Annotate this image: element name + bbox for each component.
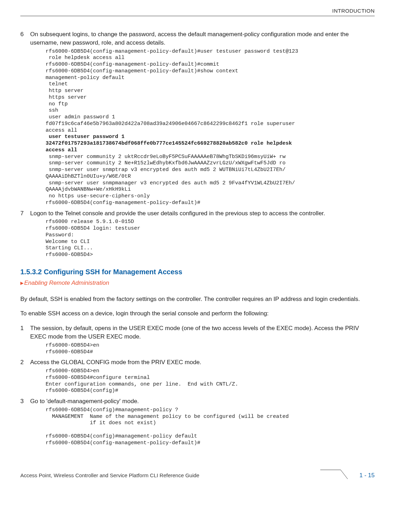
code-block: rfs6000-6DB5D4(config)#management-policy… <box>46 407 375 447</box>
step-text: The session, by default, opens in the US… <box>30 324 375 341</box>
breadcrumb-text: Enabling Remote Administration <box>24 280 109 286</box>
code-block: rfs6000-6DB5D4>en rfs6000-6DB5D4# <box>46 342 375 356</box>
step-3b: 3 Go to 'default-management-policy' mode… <box>20 397 375 406</box>
step-1b: 1 The session, by default, opens in the … <box>20 324 375 341</box>
step-text: Access the GLOBAL CONFIG mode from the P… <box>30 358 375 367</box>
step-text: Go to 'default-management-policy' mode. <box>30 397 375 406</box>
footer-guide-title: Access Point, Wireless Controller and Se… <box>20 467 199 479</box>
code-text-bold: user testuser password 1 32472f01757293a… <box>46 134 295 153</box>
code-text-after: snmp-server community 2 uktRccdr9eLoByF5… <box>46 154 295 206</box>
subsection-title: Configuring SSH for Management Access <box>44 268 182 276</box>
step-text: On subsequent logins, to change the pass… <box>30 30 375 47</box>
subsection-heading: 1.5.3.2 Configuring SSH for Management A… <box>20 267 375 277</box>
breadcrumb-arrow-icon: ▶ <box>20 281 24 285</box>
running-header: INTRODUCTION <box>20 7 375 16</box>
step-7: 7 Logon to the Telnet console and provid… <box>20 209 375 218</box>
code-block: rfs6000-6DB5D4>en rfs6000-6DB5D4#configu… <box>46 368 375 394</box>
footer-page-number: 1 - 15 <box>357 467 375 480</box>
code-text: rfs6000-6DB5D4(config-management-policy-… <box>46 48 298 133</box>
breadcrumb: ▶Enabling Remote Administration <box>20 279 375 287</box>
paragraph: By default, SSH is enabled from the fact… <box>20 295 375 303</box>
code-block: rfs6000 release 5.9.1.0-015D rfs6000-6DB… <box>46 219 375 258</box>
header-rule <box>20 16 375 16</box>
subsection-number: 1.5.3.2 <box>20 268 42 276</box>
step-number: 1 <box>20 324 30 341</box>
step-number: 2 <box>20 358 30 367</box>
step-6: 6 On subsequent logins, to change the pa… <box>20 30 375 47</box>
step-number: 7 <box>20 209 30 218</box>
svg-line-1 <box>341 470 348 479</box>
footer-divider <box>205 468 352 478</box>
step-number: 6 <box>20 30 30 47</box>
code-block: rfs6000-6DB5D4(config-management-policy-… <box>46 48 375 206</box>
step-number: 3 <box>20 397 30 406</box>
page-content: INTRODUCTION 6 On subsequent logins, to … <box>0 0 395 491</box>
paragraph: To enable SSH access on a device, login … <box>20 309 375 318</box>
step-text: Logon to the Telnet console and provide … <box>30 209 375 218</box>
page-footer: Access Point, Wireless Controller and Se… <box>20 465 375 481</box>
step-2b: 2 Access the GLOBAL CONFIG mode from the… <box>20 358 375 367</box>
